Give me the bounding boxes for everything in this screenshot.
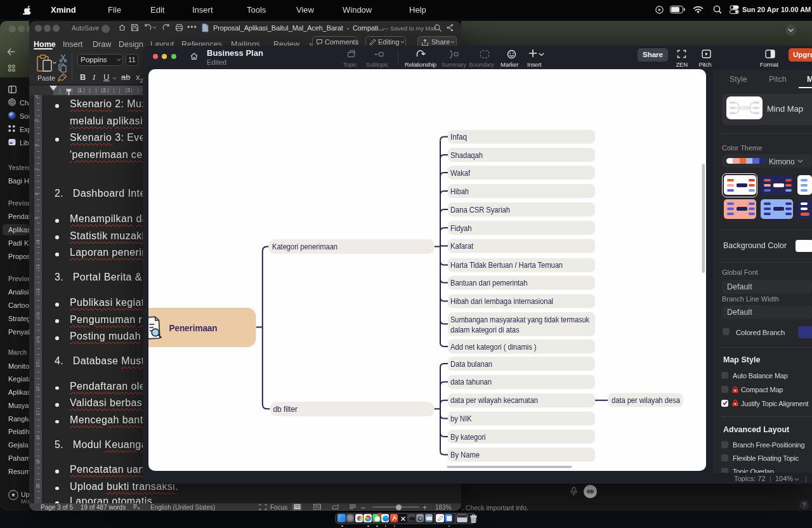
svg-text:Penerimaan: Penerimaan [169,323,217,333]
svg-text:By kategori: By kategori [450,433,486,442]
svg-text:Data bulanan: Data bulanan [450,360,492,369]
svg-text:By Name: By Name [450,451,480,459]
svg-text:Bantuan dari pemerintah: Bantuan dari pemerintah [450,279,528,287]
svg-text:Wakaf: Wakaf [450,169,471,178]
svg-text:data per wilayah kecamatan: data per wilayah kecamatan [450,396,538,405]
svg-text:by NIK: by NIK [450,414,472,423]
svg-text:dalam kategori di atas: dalam kategori di atas [450,326,520,334]
svg-text:Fidyah: Fidyah [450,224,472,233]
svg-text:Infaq: Infaq [450,133,467,142]
svg-text:Dana CSR Syariah: Dana CSR Syariah [450,206,510,214]
svg-text:Hibah dari lembaga internasion: Hibah dari lembaga internasional [450,297,553,306]
svg-text:Kafarat: Kafarat [450,242,474,251]
svg-text:Shadaqah: Shadaqah [450,151,483,160]
svg-text:data per wilayah desa: data per wilayah desa [612,396,680,405]
svg-text:Hibah: Hibah [450,187,469,196]
svg-text:Add net kategori ( dinamis ): Add net kategori ( dinamis ) [450,343,537,352]
svg-text:data tahunan: data tahunan [450,378,492,386]
svg-text:Kategori penerimaan: Kategori penerimaan [272,242,337,251]
svg-text:Harta Tidak Bertuan / Harta Te: Harta Tidak Bertuan / Harta Temuan [450,261,563,270]
svg-text:db filter: db filter [273,405,298,414]
svg-text:Sumbangan masyarakat yang tida: Sumbangan masyarakat yang tidak termasuk [450,315,590,324]
